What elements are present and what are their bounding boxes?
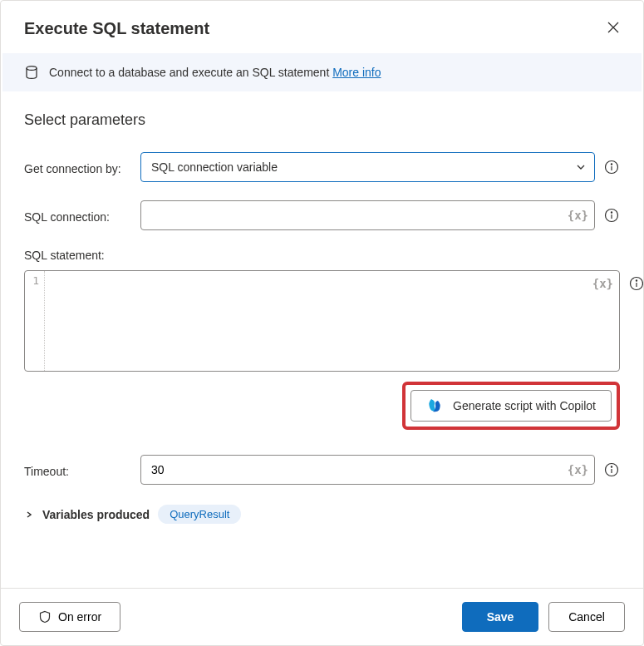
timeout-info[interactable] xyxy=(603,461,620,478)
dialog-content: Select parameters Get connection by: SQL… xyxy=(1,91,643,588)
timeout-input[interactable] xyxy=(140,455,595,485)
database-icon xyxy=(24,65,39,80)
connection-by-value: SQL connection variable xyxy=(151,160,278,174)
chevron-right-icon xyxy=(24,510,34,520)
close-icon xyxy=(607,21,620,34)
editor-gutter: 1 xyxy=(25,271,45,371)
chevron-down-icon xyxy=(575,161,587,173)
variable-pill[interactable]: QueryResult xyxy=(158,505,241,524)
sql-statement-info[interactable] xyxy=(628,275,643,292)
svg-point-2 xyxy=(611,164,612,165)
sql-statement-block: SQL statement: 1 {x} xyxy=(24,249,620,372)
more-info-link[interactable]: More info xyxy=(332,66,381,79)
banner-text: Connect to a database and execute an SQL… xyxy=(49,66,332,79)
generate-copilot-button[interactable]: Generate script with Copilot xyxy=(410,390,612,422)
copilot-highlight: Generate script with Copilot xyxy=(402,382,620,430)
dialog-title: Execute SQL statement xyxy=(24,19,209,38)
on-error-button[interactable]: On error xyxy=(19,602,120,632)
variable-token-icon[interactable]: {x} xyxy=(568,209,588,222)
svg-point-0 xyxy=(27,67,37,71)
info-banner: Connect to a database and execute an SQL… xyxy=(2,53,642,91)
connection-by-info[interactable] xyxy=(603,159,620,175)
variables-produced-label: Variables produced xyxy=(42,508,150,521)
sql-connection-label: SQL connection: xyxy=(24,207,132,224)
connection-by-select[interactable]: SQL connection variable xyxy=(140,152,595,182)
svg-point-6 xyxy=(636,280,637,281)
info-icon xyxy=(604,462,619,477)
shield-icon xyxy=(38,610,52,624)
save-button[interactable]: Save xyxy=(462,602,538,632)
on-error-label: On error xyxy=(58,610,101,624)
timeout-label: Timeout: xyxy=(24,461,132,478)
connection-by-label: Get connection by: xyxy=(24,159,132,175)
sql-statement-label: SQL statement: xyxy=(24,249,132,262)
info-icon xyxy=(629,276,643,291)
sql-connection-input[interactable] xyxy=(140,200,595,230)
editor-body[interactable] xyxy=(45,271,619,371)
sql-statement-editor[interactable]: 1 {x} xyxy=(24,270,620,372)
connection-by-row: Get connection by: SQL connection variab… xyxy=(24,152,620,182)
dialog-footer: On error Save Cancel xyxy=(1,588,643,645)
copilot-icon xyxy=(426,397,443,414)
svg-point-4 xyxy=(611,212,612,213)
info-icon xyxy=(604,208,619,223)
timeout-row: Timeout: {x} xyxy=(24,455,620,485)
variable-token-icon[interactable]: {x} xyxy=(568,463,588,476)
variables-produced-row[interactable]: Variables produced QueryResult xyxy=(24,505,620,524)
variable-token-icon[interactable]: {x} xyxy=(592,277,613,290)
cancel-button[interactable]: Cancel xyxy=(548,602,625,632)
info-icon xyxy=(604,160,619,175)
section-title: Select parameters xyxy=(24,111,620,129)
sql-connection-row: SQL connection: {x} xyxy=(24,200,620,230)
copilot-row: Generate script with Copilot xyxy=(24,382,620,430)
sql-connection-info[interactable] xyxy=(603,207,620,224)
svg-point-8 xyxy=(611,466,612,467)
copilot-label: Generate script with Copilot xyxy=(453,399,596,412)
dialog-header: Execute SQL statement xyxy=(1,1,643,53)
close-button[interactable] xyxy=(603,17,623,40)
